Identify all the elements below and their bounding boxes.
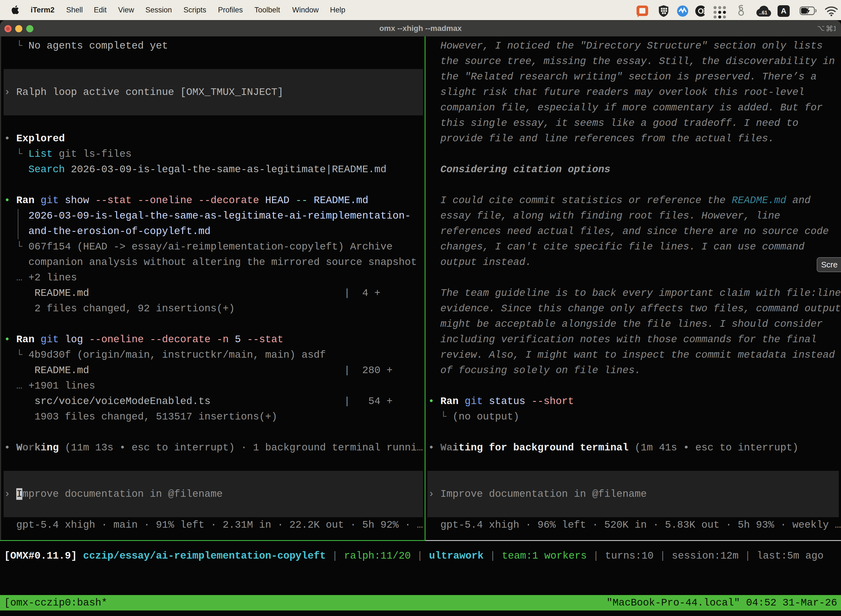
svg-text:..61: ..61 xyxy=(759,10,767,15)
svg-text:1: 1 xyxy=(833,25,835,32)
